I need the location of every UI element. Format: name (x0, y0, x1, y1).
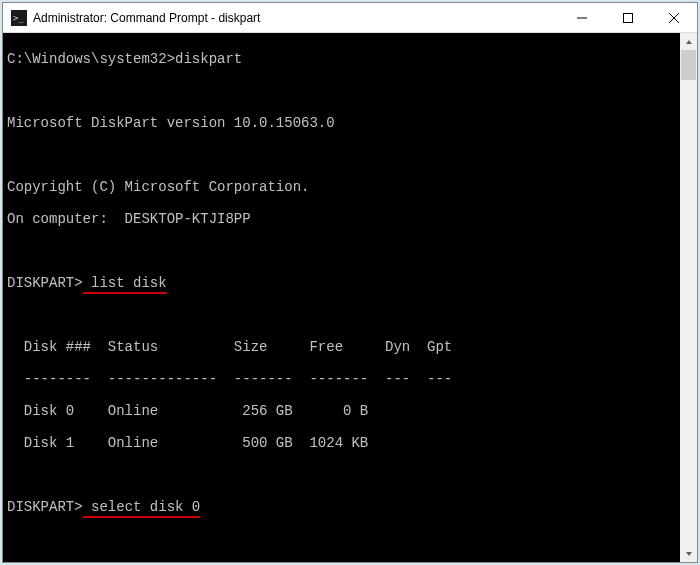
scroll-thumb[interactable] (681, 50, 696, 80)
version-line: Microsoft DiskPart version 10.0.15063.0 (7, 115, 676, 131)
titlebar[interactable]: >_ Administrator: Command Prompt - diskp… (3, 3, 697, 33)
window-controls (559, 3, 697, 32)
path-line: C:\Windows\system32>diskpart (7, 51, 676, 67)
cmd-list-disk: list disk (83, 275, 167, 294)
disk-row: Disk 0 Online 256 GB 0 B (7, 403, 676, 419)
copyright-line: Copyright (C) Microsoft Corporation. (7, 179, 676, 195)
svg-marker-7 (686, 552, 692, 556)
disk-table-divider: -------- ------------- ------- ------- -… (7, 371, 676, 387)
disk-row: Disk 1 Online 500 GB 1024 KB (7, 435, 676, 451)
cmd-icon: >_ (11, 10, 27, 26)
minimize-button[interactable] (559, 3, 605, 32)
scroll-up-button[interactable] (680, 33, 697, 50)
computer-line: On computer: DESKTOP-KTJI8PP (7, 211, 676, 227)
vertical-scrollbar[interactable] (680, 33, 697, 562)
svg-rect-3 (624, 13, 633, 22)
svg-text:>_: >_ (13, 13, 24, 23)
scroll-down-button[interactable] (680, 545, 697, 562)
window-title: Administrator: Command Prompt - diskpart (33, 11, 559, 25)
maximize-button[interactable] (605, 3, 651, 32)
cmd-select-disk: select disk 0 (83, 499, 201, 518)
command-prompt-window: >_ Administrator: Command Prompt - diskp… (2, 2, 698, 563)
disk-table-header: Disk ### Status Size Free Dyn Gpt (7, 339, 676, 355)
console-output[interactable]: C:\Windows\system32>diskpart Microsoft D… (3, 33, 680, 562)
close-button[interactable] (651, 3, 697, 32)
svg-marker-6 (686, 40, 692, 44)
prompt-line-2: DISKPART> select disk 0 (7, 499, 676, 515)
prompt-line-1: DISKPART> list disk (7, 275, 676, 291)
console-area: C:\Windows\system32>diskpart Microsoft D… (3, 33, 697, 562)
